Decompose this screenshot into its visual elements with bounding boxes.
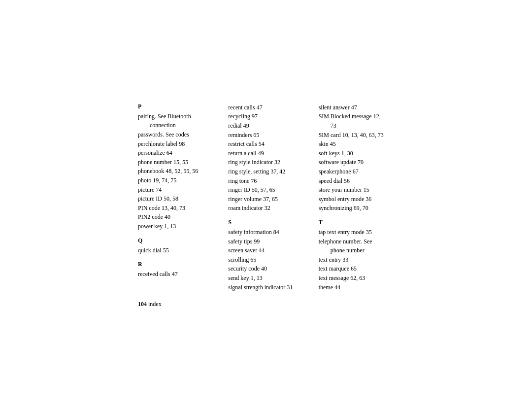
index-entry: software update 70 — [319, 158, 394, 167]
index-entry: skin 45 — [319, 139, 394, 149]
index-entry: ring tone 76 — [228, 176, 303, 186]
footer-label: index — [148, 301, 162, 308]
index-entry: recent calls 47 — [228, 103, 303, 112]
index-entry: ring style, setting 37, 42 — [228, 167, 303, 176]
column-2: silent answer 47SIM Blocked message 12,7… — [319, 103, 394, 292]
index-entry: security code 40 — [228, 264, 303, 274]
index-entry: return a call 49 — [228, 149, 303, 158]
index-entry: speed dial 56 — [319, 176, 394, 186]
index-entry: connection — [138, 121, 213, 130]
section-header-R: R — [138, 261, 213, 268]
section-header-S: S — [228, 219, 303, 226]
index-entry: synchronizing 69, 70 — [319, 204, 394, 213]
index-entry: passwords. See codes — [138, 130, 213, 139]
index-entry: perchlorate label 98 — [138, 139, 213, 149]
page-footer: 104 index — [138, 301, 394, 308]
index-entry: symbol entry mode 36 — [319, 195, 394, 204]
index-entry: 73 — [319, 121, 394, 131]
page-number: 104 — [138, 301, 147, 308]
index-entry: ringer ID 50, 57, 65 — [228, 185, 303, 195]
index-entry: phone number — [319, 246, 394, 255]
index-entry: PIN2 code 40 — [138, 212, 213, 222]
section-header-T: T — [319, 219, 394, 226]
column-1: recent calls 47recycling 97redial 49remi… — [228, 103, 303, 292]
index-entry: telephone number. See — [319, 237, 394, 246]
column-0: Ppairing. See Bluetoothconnectionpasswor… — [138, 103, 213, 279]
index-entry: SIM card 10, 13, 40, 63, 73 — [319, 131, 394, 140]
index-entry: recycling 97 — [228, 112, 303, 121]
index-entry: tap text entry mode 35 — [319, 228, 394, 237]
index-entry: SIM Blocked message 12, — [319, 112, 394, 121]
index-entry: signal strength indicator 31 — [228, 283, 303, 292]
index-entry: store your number 15 — [319, 185, 394, 195]
index-entry: phone number 15, 55 — [138, 158, 213, 167]
page-container: Ppairing. See Bluetoothconnectionpasswor… — [138, 93, 394, 318]
index-entry: pairing. See Bluetooth — [138, 112, 213, 121]
index-entry: soft keys 1, 30 — [319, 149, 394, 158]
index-entry: power key 1, 13 — [138, 222, 213, 231]
index-entry: text message 62, 63 — [319, 274, 394, 283]
section-header-Q: Q — [138, 237, 213, 244]
index-entry: picture 74 — [138, 185, 213, 195]
index-entry: photo 19, 74, 75 — [138, 176, 213, 185]
index-columns: Ppairing. See Bluetoothconnectionpasswor… — [138, 103, 394, 292]
index-entry: quick dial 55 — [138, 246, 213, 255]
index-entry: redial 49 — [228, 121, 303, 131]
index-entry: screen saver 44 — [228, 246, 303, 255]
index-entry: ring style indicator 32 — [228, 158, 303, 167]
index-entry: speakerphone 67 — [319, 167, 394, 176]
index-entry: reminders 65 — [228, 131, 303, 140]
index-entry: text marquee 65 — [319, 264, 394, 274]
index-entry: silent answer 47 — [319, 103, 394, 112]
index-entry: PIN code 13, 40, 73 — [138, 204, 213, 213]
index-entry: safety information 84 — [228, 228, 303, 237]
index-entry: theme 44 — [319, 283, 394, 292]
index-entry: phonebook 48, 52, 55, 56 — [138, 167, 213, 176]
index-entry: ringer volume 37, 65 — [228, 195, 303, 204]
index-entry: restrict calls 54 — [228, 139, 303, 149]
index-entry: received calls 47 — [138, 270, 213, 279]
index-entry: picture ID 50, 58 — [138, 194, 213, 204]
index-entry: roam indicator 32 — [228, 204, 303, 213]
index-entry: send key 1, 13 — [228, 274, 303, 283]
index-entry: personalize 64 — [138, 148, 213, 158]
section-header-P: P — [138, 103, 213, 110]
index-entry: safety tips 99 — [228, 237, 303, 246]
index-entry: scrolling 65 — [228, 255, 303, 265]
index-entry: text entry 33 — [319, 255, 394, 265]
